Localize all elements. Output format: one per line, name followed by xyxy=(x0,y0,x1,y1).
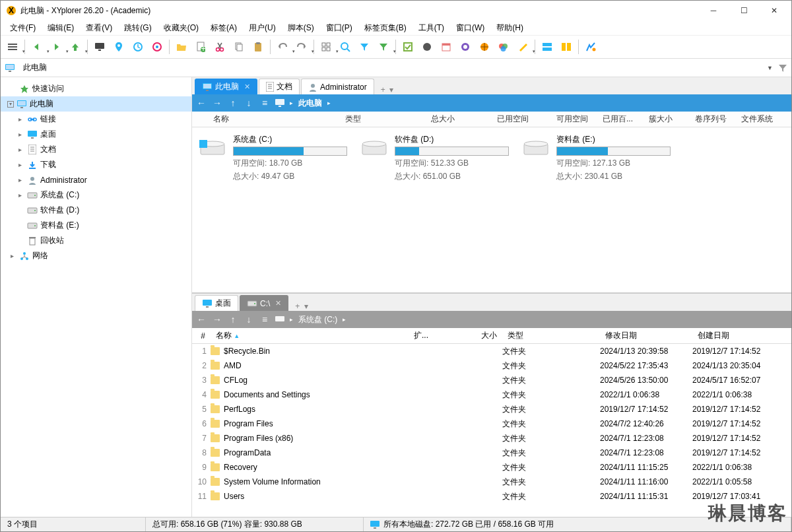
col-type[interactable]: 类型 xyxy=(502,330,600,341)
crumb-down[interactable]: ↓ xyxy=(244,98,254,108)
menu-item[interactable]: 标签页集(B) xyxy=(359,21,412,35)
drive-item[interactable]: 软件盘 (D:)可用空间: 512.33 GB总大小: 651.00 GB xyxy=(354,134,515,182)
col-name[interactable]: 名称 ▲ xyxy=(211,330,409,341)
column-header[interactable]: 已用百... xyxy=(597,114,644,125)
address-dropdown[interactable]: ▼ xyxy=(767,65,773,71)
copy-button[interactable] xyxy=(230,38,248,56)
tab[interactable]: Administrator xyxy=(301,79,374,94)
menu-item[interactable]: 标签(A) xyxy=(205,21,242,35)
tree-item[interactable]: ▸Administrator xyxy=(1,172,191,187)
crumb-path[interactable]: 系统盘 (C:) xyxy=(298,314,337,325)
address-input[interactable] xyxy=(20,61,762,75)
color-wheel-button[interactable] xyxy=(456,38,475,56)
split-vertical-button[interactable] xyxy=(557,38,576,56)
column-header[interactable]: 簇大小 xyxy=(644,114,690,125)
file-row[interactable]: 7Program Files (x86)文件夹2024/7/1 12:23:08… xyxy=(192,431,791,446)
tree-item[interactable]: ▸系统盘 (C:) xyxy=(1,187,191,203)
tree-item[interactable]: ▸桌面 xyxy=(1,127,191,142)
menu-item[interactable]: 帮助(H) xyxy=(491,21,529,35)
new-file-button[interactable]: + xyxy=(191,38,210,56)
filter-button[interactable] xyxy=(355,38,374,56)
paste-button[interactable] xyxy=(249,38,267,56)
menu-item[interactable]: 窗口(W) xyxy=(451,21,490,35)
col-mdate[interactable]: 修改日期 xyxy=(600,330,692,341)
brush-button[interactable] xyxy=(513,38,532,56)
menu-button[interactable] xyxy=(3,38,22,56)
crumb-up[interactable]: ↑ xyxy=(228,98,238,108)
filter-icon[interactable] xyxy=(778,63,787,73)
open-folder-button[interactable] xyxy=(172,38,191,56)
tab[interactable]: 此电脑✕ xyxy=(195,79,257,94)
column-header[interactable]: 卷序列号 xyxy=(690,114,736,125)
file-row[interactable]: 9Recovery文件夹2024/1/11 11:15:252022/1/1 0… xyxy=(192,460,791,475)
menu-item[interactable]: 脚本(S) xyxy=(282,21,319,35)
forward-button[interactable] xyxy=(47,38,65,56)
col-num[interactable]: # xyxy=(192,331,211,341)
file-row[interactable]: 11Users文件夹2024/1/11 11:15:312019/12/7 17… xyxy=(192,489,791,504)
tab-add[interactable]: + ▾ xyxy=(376,85,399,94)
col-cdate[interactable]: 创建日期 xyxy=(692,330,785,341)
menu-item[interactable]: 编辑(E) xyxy=(42,21,79,35)
monitor-button[interactable] xyxy=(90,38,109,56)
tab-add[interactable]: + ▾ xyxy=(290,302,314,311)
menu-item[interactable]: 工具(T) xyxy=(413,21,449,35)
minimize-button[interactable]: ─ xyxy=(704,4,723,17)
column-header[interactable]: 已用空间 xyxy=(492,114,551,125)
close-button[interactable]: ✕ xyxy=(765,4,783,17)
menu-item[interactable]: 窗囗(P) xyxy=(321,21,358,35)
dark-mode-button[interactable] xyxy=(418,38,436,56)
crumb-back[interactable]: ← xyxy=(196,314,207,325)
crumb-up[interactable]: ↑ xyxy=(228,314,238,325)
crumb-list-icon[interactable]: ≡ xyxy=(259,314,270,325)
crumb-forward[interactable]: → xyxy=(212,314,222,325)
column-header[interactable]: 可用空间 xyxy=(551,114,597,125)
target-button[interactable] xyxy=(148,38,166,56)
column-header[interactable]: 名称 xyxy=(208,114,340,125)
tree-item[interactable]: ▸文档 xyxy=(1,142,191,157)
up-button[interactable] xyxy=(66,38,84,56)
filter-clear-button[interactable] xyxy=(374,38,393,56)
colors-button[interactable] xyxy=(494,38,513,56)
tab[interactable]: 文档 xyxy=(259,79,300,94)
tag-green-button[interactable] xyxy=(399,38,417,56)
basketball-icon[interactable] xyxy=(475,38,494,56)
column-header[interactable]: 类型 xyxy=(340,114,426,125)
tree-item[interactable]: 快速访问 xyxy=(1,81,191,96)
tree-item[interactable]: ▸下载 xyxy=(1,157,191,172)
crumb-back[interactable]: ← xyxy=(196,98,207,108)
close-icon[interactable]: ✕ xyxy=(244,83,250,91)
back-button[interactable] xyxy=(28,38,46,56)
menu-item[interactable]: 文件(F) xyxy=(5,21,41,35)
drive-item[interactable]: 资料盘 (E:)可用空间: 127.13 GB总大小: 230.41 GB xyxy=(515,134,677,182)
file-row[interactable]: 8ProgramData文件夹2024/7/1 12:23:082019/12/… xyxy=(192,446,791,460)
file-row[interactable]: 10System Volume Information文件夹2024/1/11 … xyxy=(192,475,791,489)
tree-item[interactable]: 回收站 xyxy=(1,233,191,248)
crumb-down[interactable]: ↓ xyxy=(244,314,254,325)
menu-item[interactable]: 跳转(G) xyxy=(119,21,156,35)
cut-button[interactable] xyxy=(211,38,229,56)
crumb-list-icon[interactable]: ≡ xyxy=(259,98,270,108)
file-row[interactable]: 1$Recycle.Bin文件夹2024/1/13 20:39:582019/1… xyxy=(192,344,791,358)
column-header[interactable]: 文件系统 xyxy=(736,114,782,125)
col-size[interactable]: 大小 xyxy=(455,330,502,341)
view-grid-button[interactable] xyxy=(317,38,335,56)
file-row[interactable]: 2AMD文件夹2024/5/22 17:35:432024/1/13 20:35… xyxy=(192,358,791,373)
file-row[interactable]: 4Documents and Settings文件夹2022/1/1 0:06:… xyxy=(192,387,791,402)
file-row[interactable]: 3CFLog文件夹2024/5/26 13:50:002024/5/17 16:… xyxy=(192,373,791,387)
tree-item[interactable]: ▾此电脑 xyxy=(1,96,191,112)
file-row[interactable]: 5PerfLogs文件夹2019/12/7 17:14:522019/12/7 … xyxy=(192,402,791,416)
menu-item[interactable]: 收藏夹(O) xyxy=(158,21,204,35)
maximize-button[interactable]: ☐ xyxy=(735,4,753,17)
settings-button[interactable] xyxy=(581,38,600,56)
column-header[interactable]: 总大小 xyxy=(426,114,492,125)
drive-item[interactable]: 系统盘 (C:)可用空间: 18.70 GB总大小: 49.47 GB xyxy=(192,134,354,182)
calendar-button[interactable] xyxy=(437,38,455,56)
split-horizontal-button[interactable] xyxy=(538,38,556,56)
search-button[interactable] xyxy=(336,38,354,56)
menu-item[interactable]: 用户(U) xyxy=(244,21,281,35)
tab[interactable]: 桌面 xyxy=(195,295,238,311)
undo-button[interactable] xyxy=(273,38,292,56)
tree-item[interactable]: ▸链接 xyxy=(1,112,191,127)
redo-button[interactable] xyxy=(292,38,311,56)
close-icon[interactable]: ✕ xyxy=(275,299,281,308)
